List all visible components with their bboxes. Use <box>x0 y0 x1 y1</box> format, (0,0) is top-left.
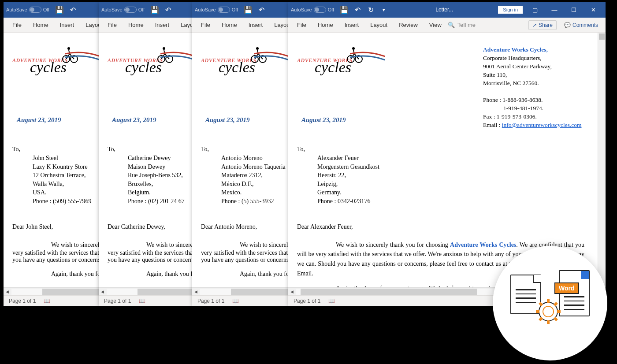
undo-icon[interactable]: ↶ <box>66 3 79 16</box>
vertical-scrollbar[interactable]: ▲ ▼ <box>598 33 606 287</box>
svg-point-5 <box>163 47 165 50</box>
comment-icon: 💬 <box>564 22 571 28</box>
titlebar: AutoSave Off 💾 ↶ ↻ ▾ Letter... Sign in ▢… <box>288 2 606 18</box>
tab-home[interactable]: Home <box>28 19 54 31</box>
tab-home[interactable]: Home <box>123 19 149 31</box>
page-indicator: Page 1 of 1 <box>197 298 224 304</box>
spellcheck-icon[interactable]: 📖 <box>139 298 145 304</box>
autosave[interactable]: AutoSave Off <box>195 7 238 13</box>
ribbon: File Home Insert Layout Review View 🔍Tel… <box>288 18 606 33</box>
autosave[interactable]: AutoSave Off <box>291 7 334 13</box>
tell-me-search[interactable]: 🔍Tell me <box>448 22 476 28</box>
undo-icon[interactable]: ↶ <box>161 3 175 16</box>
save-icon[interactable]: 💾 <box>148 3 161 16</box>
document-stack-icon <box>510 275 541 314</box>
gear-icon <box>539 302 558 321</box>
signin-button[interactable]: Sign in <box>498 6 523 14</box>
tab-insert[interactable]: Insert <box>55 19 80 31</box>
company-logo: ADVENTURE WORKS cycles <box>108 46 196 77</box>
tab-file[interactable]: File <box>196 19 216 31</box>
tab-view[interactable]: View <box>424 19 447 31</box>
autosave-toggle-icon[interactable] <box>218 7 230 13</box>
company-logo: ADVENTURE WORKS cycles <box>297 46 385 77</box>
minimize-icon[interactable]: — <box>545 3 564 16</box>
autosave[interactable]: AutoSave Off <box>101 7 145 13</box>
search-icon: 🔍 <box>448 22 455 28</box>
undo-icon[interactable]: ↶ <box>255 3 268 16</box>
company-logo: ADVENTURE WORKS cycles <box>12 46 100 77</box>
svg-point-11 <box>352 47 355 50</box>
autosave-label: AutoSave <box>6 7 27 12</box>
tab-home[interactable]: Home <box>216 19 242 31</box>
page-indicator: Page 1 of 1 <box>9 298 36 304</box>
greeting: Dear Alexander Feuer, <box>297 223 584 230</box>
tab-insert[interactable]: Insert <box>339 19 364 31</box>
recipient-address: Alexander Feuer Morgenstern Gesundkost H… <box>317 154 584 206</box>
save-icon[interactable]: 💾 <box>242 3 255 16</box>
company-logo: ADVENTURE WORKS cycles <box>201 46 289 77</box>
spellcheck-icon[interactable]: 📖 <box>44 298 50 304</box>
tab-file[interactable]: File <box>7 19 27 31</box>
mail-merge-illustration: Word <box>493 246 607 360</box>
save-icon[interactable]: 💾 <box>338 3 351 16</box>
share-icon: ↗ <box>532 22 537 28</box>
comments-button[interactable]: 💬Comments <box>560 20 602 30</box>
tab-file[interactable]: File <box>292 19 312 31</box>
undo-icon[interactable]: ↶ <box>351 3 364 16</box>
autosave-toggle-icon[interactable] <box>124 7 137 13</box>
maximize-icon[interactable]: ☐ <box>564 3 584 16</box>
spellcheck-icon[interactable]: 📖 <box>232 298 239 304</box>
share-button[interactable]: ↗Share <box>528 20 557 30</box>
page-indicator: Page 1 of 1 <box>294 298 320 304</box>
scroll-thumb[interactable] <box>599 33 605 40</box>
tab-home[interactable]: Home <box>312 19 338 31</box>
spellcheck-icon[interactable]: 📖 <box>328 298 335 304</box>
word-badge: Word <box>554 282 579 294</box>
customize-qat-icon[interactable]: ▾ <box>377 3 390 16</box>
redo-icon[interactable]: ↻ <box>364 3 377 16</box>
window-title: Letter... <box>390 7 498 13</box>
tab-file[interactable]: File <box>102 19 122 31</box>
save-icon[interactable]: 💾 <box>53 3 66 16</box>
company-address-block: Adventure Works Cycles, Corporate Headqu… <box>483 46 584 130</box>
svg-point-2 <box>67 47 70 50</box>
brand-name: Adventure Works Cycles <box>450 241 516 248</box>
tab-insert[interactable]: Insert <box>243 19 268 31</box>
ribbon-display-icon[interactable]: ▢ <box>525 3 545 16</box>
autosave-toggle-icon[interactable] <box>314 7 326 13</box>
autosave-state: Off <box>43 7 49 12</box>
company-name: Adventure Works Cycles, <box>483 46 584 54</box>
tab-layout[interactable]: Layout <box>365 19 393 31</box>
autosave[interactable]: AutoSave Off <box>6 7 49 13</box>
svg-point-8 <box>256 47 259 50</box>
tab-review[interactable]: Review <box>394 19 423 31</box>
autosave-toggle-icon[interactable] <box>29 7 41 13</box>
company-email-link[interactable]: info@adventureworkscycles.com <box>502 122 582 128</box>
page-indicator: Page 1 of 1 <box>104 298 131 304</box>
tab-insert[interactable]: Insert <box>150 19 175 31</box>
close-icon[interactable]: ✕ <box>584 3 603 16</box>
